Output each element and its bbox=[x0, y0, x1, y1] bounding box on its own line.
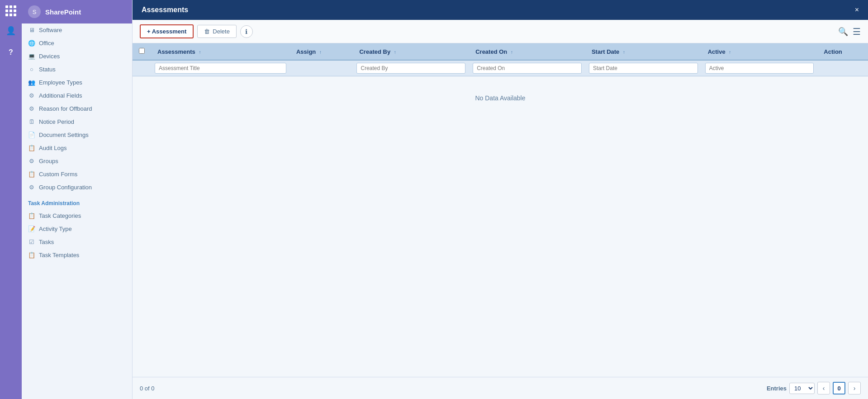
th-assessments[interactable]: Assessments ↑ bbox=[151, 43, 290, 60]
sidebar-logo: SharePoint bbox=[45, 8, 81, 16]
main-content: Assessments × + Assessment 🗑 Delete ℹ 🔍 … bbox=[133, 0, 868, 399]
table-area: Assessments ↑ Assign ↑ Created By ↑ Crea… bbox=[133, 43, 868, 377]
sidebar-item-tasks[interactable]: ☑ Tasks bbox=[22, 235, 132, 249]
th-action-label: Action bbox=[824, 48, 842, 55]
th-createdby[interactable]: Created By ↑ bbox=[353, 43, 469, 60]
th-checkbox[interactable] bbox=[133, 43, 151, 60]
sidebar-item-devices[interactable]: 💻 Devices bbox=[22, 50, 132, 63]
sidebar-item-label: Status bbox=[39, 66, 56, 73]
filter-active-input[interactable] bbox=[705, 63, 814, 74]
sidebar-item-label: Groups bbox=[39, 158, 58, 164]
status-icon: ○ bbox=[28, 66, 35, 73]
custom-forms-icon: 📋 bbox=[28, 171, 35, 178]
createdby-sort-icon: ↑ bbox=[394, 50, 396, 55]
sidebar-item-groups[interactable]: ⚙ Groups bbox=[22, 155, 132, 168]
table-footer: 0 of 0 Entries 10 25 50 100 ‹ 0 › bbox=[133, 377, 868, 399]
sidebar-item-office[interactable]: 🌐 Office bbox=[22, 37, 132, 50]
add-assessment-button[interactable]: + Assessment bbox=[140, 24, 194, 38]
task-templates-icon: 📋 bbox=[28, 252, 35, 258]
toolbar-right: 🔍 ☰ bbox=[838, 26, 861, 37]
select-all-checkbox[interactable] bbox=[139, 48, 145, 54]
no-data-message: No Data Available bbox=[133, 76, 868, 120]
sidebar-item-label: Notice Period bbox=[39, 118, 74, 125]
task-admin-section-label: Task Administration bbox=[22, 194, 132, 209]
th-active-label: Active bbox=[708, 48, 726, 55]
close-button[interactable]: × bbox=[855, 6, 859, 14]
sidebar: S SharePoint 🖥 Software 🌐 Office 💻 Devic… bbox=[22, 0, 133, 399]
current-page: 0 bbox=[833, 382, 845, 394]
sidebar-item-employee-types[interactable]: 👥 Employee Types bbox=[22, 76, 132, 89]
startdate-sort-icon: ↑ bbox=[623, 50, 625, 55]
groups-icon: ⚙ bbox=[28, 158, 35, 164]
sidebar-item-label: Audit Logs bbox=[39, 145, 66, 151]
sidebar-item-label: Activity Type bbox=[39, 225, 72, 232]
sidebar-item-software[interactable]: 🖥 Software bbox=[22, 23, 132, 37]
filter-createdby-input[interactable] bbox=[356, 63, 465, 74]
filter-createdon-cell bbox=[469, 60, 585, 76]
record-count: 0 of 0 bbox=[140, 385, 155, 392]
sidebar-item-document-settings[interactable]: 📄 Document Settings bbox=[22, 128, 132, 141]
menu-button[interactable]: ☰ bbox=[853, 26, 861, 37]
filter-startdate-input[interactable] bbox=[589, 63, 698, 74]
employee-types-icon: 👥 bbox=[28, 79, 35, 86]
apps-grid-icon[interactable] bbox=[5, 5, 16, 16]
sidebar-header: S SharePoint bbox=[22, 0, 132, 23]
next-page-button[interactable]: › bbox=[848, 382, 861, 394]
prev-page-button[interactable]: ‹ bbox=[817, 382, 830, 394]
sidebar-item-label: Document Settings bbox=[39, 131, 89, 138]
activity-type-icon: 📝 bbox=[28, 225, 35, 232]
filter-row bbox=[133, 60, 868, 76]
createdon-sort-icon: ↑ bbox=[511, 50, 513, 55]
th-active[interactable]: Active ↑ bbox=[702, 43, 818, 60]
sidebar-item-group-config[interactable]: ⚙ Group Configuration bbox=[22, 181, 132, 194]
sidebar-item-label: Tasks bbox=[39, 239, 54, 245]
sidebar-item-label: Additional Fields bbox=[39, 92, 82, 99]
sidebar-item-additional-fields[interactable]: ⚙ Additional Fields bbox=[22, 89, 132, 102]
audit-logs-icon: 📋 bbox=[28, 145, 35, 151]
page-title: Assessments bbox=[142, 6, 188, 14]
assessments-sort-icon: ↑ bbox=[199, 50, 201, 55]
sharepoint-icon: S bbox=[28, 5, 41, 18]
table-header-row: Assessments ↑ Assign ↑ Created By ↑ Crea… bbox=[133, 43, 868, 60]
sidebar-item-status[interactable]: ○ Status bbox=[22, 63, 132, 76]
filter-active-cell bbox=[702, 60, 818, 76]
help-icon[interactable]: ? bbox=[4, 45, 18, 60]
person-icon[interactable]: 👤 bbox=[4, 23, 18, 38]
entries-select[interactable]: 10 25 50 100 bbox=[789, 383, 815, 394]
th-createdby-label: Created By bbox=[359, 48, 390, 55]
filter-createdon-input[interactable] bbox=[473, 63, 582, 74]
th-startdate-label: Start Date bbox=[592, 48, 619, 55]
sidebar-item-label: Reason for Offboard bbox=[39, 105, 92, 112]
th-startdate[interactable]: Start Date ↑ bbox=[585, 43, 702, 60]
sidebar-item-label: Task Categories bbox=[39, 212, 81, 219]
filter-assign-cell bbox=[290, 60, 353, 76]
th-assign-label: Assign bbox=[296, 48, 316, 55]
filter-assessment-input[interactable] bbox=[155, 63, 286, 74]
trash-icon: 🗑 bbox=[204, 28, 210, 35]
task-categories-icon: 📋 bbox=[28, 212, 35, 219]
active-sort-icon: ↑ bbox=[729, 50, 731, 55]
sidebar-item-notice-period[interactable]: 🗓 Notice Period bbox=[22, 115, 132, 128]
additional-fields-icon: ⚙ bbox=[28, 92, 35, 99]
sidebar-item-label: Software bbox=[39, 27, 62, 33]
th-action: Action bbox=[817, 43, 868, 60]
sidebar-item-activity-type[interactable]: 📝 Activity Type bbox=[22, 222, 132, 235]
sidebar-item-audit-logs[interactable]: 📋 Audit Logs bbox=[22, 141, 132, 155]
sidebar-item-task-categories[interactable]: 📋 Task Categories bbox=[22, 209, 132, 222]
notice-period-icon: 🗓 bbox=[28, 118, 35, 125]
delete-button[interactable]: 🗑 Delete bbox=[197, 25, 237, 38]
assign-sort-icon: ↑ bbox=[319, 50, 322, 55]
pagination: Entries 10 25 50 100 ‹ 0 › bbox=[767, 382, 861, 394]
filter-action-cell bbox=[817, 60, 868, 76]
tasks-icon: ☑ bbox=[28, 239, 35, 245]
document-settings-icon: 📄 bbox=[28, 131, 35, 138]
th-createdon[interactable]: Created On ↑ bbox=[469, 43, 585, 60]
info-button[interactable]: ℹ bbox=[240, 25, 253, 38]
th-assign[interactable]: Assign ↑ bbox=[290, 43, 353, 60]
sidebar-item-custom-forms[interactable]: 📋 Custom Forms bbox=[22, 168, 132, 181]
icon-rail: 👤 ? bbox=[0, 0, 22, 399]
sidebar-item-reason-offboard[interactable]: ⚙ Reason for Offboard bbox=[22, 102, 132, 115]
search-button[interactable]: 🔍 bbox=[838, 27, 848, 37]
sidebar-item-task-templates[interactable]: 📋 Task Templates bbox=[22, 249, 132, 262]
th-assessments-label: Assessments bbox=[157, 48, 195, 55]
